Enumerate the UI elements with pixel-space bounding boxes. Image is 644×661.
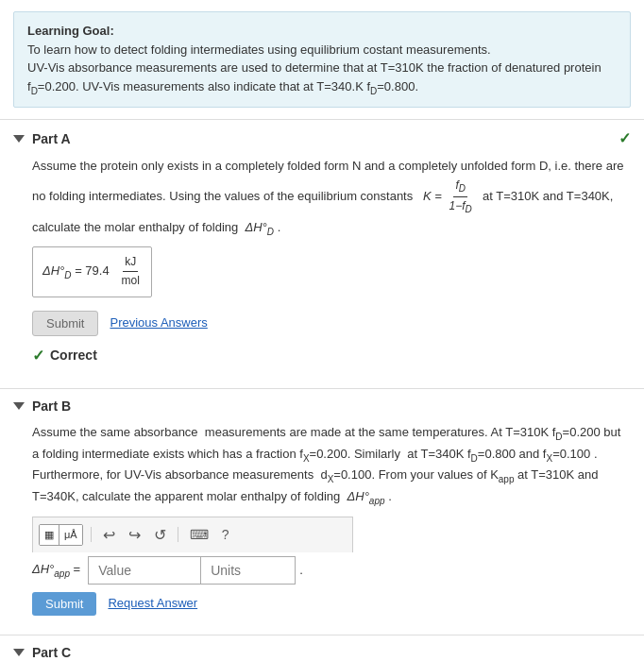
part-b-refresh-icon[interactable]: ↺ (150, 521, 170, 550)
part-b-header-left: Part B (13, 398, 71, 414)
part-a-fraction: fD 1−fD (448, 177, 474, 218)
part-a-title: Part A (32, 131, 71, 146)
toolbar-sep2 (178, 527, 178, 542)
part-b-title: Part B (32, 398, 71, 414)
learning-goal-box: Learning Goal: To learn how to detect fo… (13, 11, 631, 108)
part-b-help-icon[interactable]: ? (222, 524, 229, 545)
part-b-units-input[interactable] (201, 556, 296, 585)
learning-goal-text2: UV-Vis absorbance measurements are used … (27, 60, 602, 93)
part-b-section: Part B Assume the same absorbance measur… (0, 388, 644, 635)
part-a-correct-check: ✓ (32, 344, 44, 368)
part-a-correct-row: ✓ Correct (32, 344, 631, 368)
part-b-matrix-icon[interactable]: ▦ (40, 525, 59, 546)
part-b-mu-icon[interactable]: μÅ (59, 525, 82, 546)
part-b-undo-icon[interactable]: ↩ (99, 521, 119, 550)
part-c-title: Part C (32, 645, 71, 660)
part-a-toggle[interactable] (13, 135, 25, 143)
part-b-submit-button[interactable]: Submit (32, 592, 96, 616)
learning-goal-label: Learning Goal: (27, 24, 114, 38)
part-b-dot: . (299, 561, 303, 581)
part-a-answer-box: ΔH°D = 79.4 kJ mol (32, 246, 152, 297)
part-a-text: Assume the protein only exists in a comp… (32, 157, 631, 239)
part-b-redo-icon[interactable]: ↪ (125, 521, 144, 550)
part-a-prev-answers-link[interactable]: Previous Answers (110, 314, 207, 333)
part-c-toggle[interactable] (13, 649, 25, 656)
part-a-body: Assume the protein only exists in a comp… (32, 157, 631, 367)
part-a-answer-text: ΔH°D = 79.4 kJ mol (42, 263, 142, 278)
part-b-input-label: ΔH°app = (32, 560, 80, 582)
part-b-body: Assume the same absorbance measurements … (32, 423, 631, 616)
part-b-keyboard-icon[interactable]: ⌨ (186, 522, 212, 547)
part-c-header-left: Part C (13, 645, 71, 660)
part-b-text: Assume the same absorbance measurements … (32, 423, 631, 508)
part-a-header: Part A ✓ (13, 129, 631, 147)
part-a-submit-row: Submit Previous Answers (32, 311, 631, 336)
part-b-header: Part B (13, 398, 631, 414)
part-a-section: Part A ✓ Assume the protein only exists … (0, 119, 644, 388)
part-b-toolbar: ▦ μÅ ↩ ↪ ↺ ⌨ ? (32, 517, 353, 553)
part-a-checkmark: ✓ (619, 129, 631, 147)
part-b-submit-row: Submit Request Answer (32, 592, 631, 616)
part-c-header: Part C (13, 645, 631, 660)
toolbar-sep1 (91, 527, 92, 542)
part-a-unit-fraction: kJ mol (120, 253, 142, 290)
part-a-correct-label: Correct (50, 345, 97, 365)
part-b-input-row: ΔH°app = . (32, 556, 631, 585)
part-b-request-answer-link[interactable]: Request Answer (108, 594, 197, 614)
part-a-header-left: Part A (13, 131, 71, 146)
part-b-toggle[interactable] (13, 402, 25, 410)
part-a-formula: K = fD 1−fD (423, 189, 479, 203)
part-b-value-input[interactable] (88, 556, 201, 585)
part-b-matrix-group[interactable]: ▦ μÅ (39, 524, 83, 547)
part-c-section: Part C In an attempt to identify whether… (0, 635, 644, 661)
part-a-submit-button[interactable]: Submit (32, 311, 98, 336)
learning-goal-text1: To learn how to detect folding intermedi… (27, 42, 491, 57)
